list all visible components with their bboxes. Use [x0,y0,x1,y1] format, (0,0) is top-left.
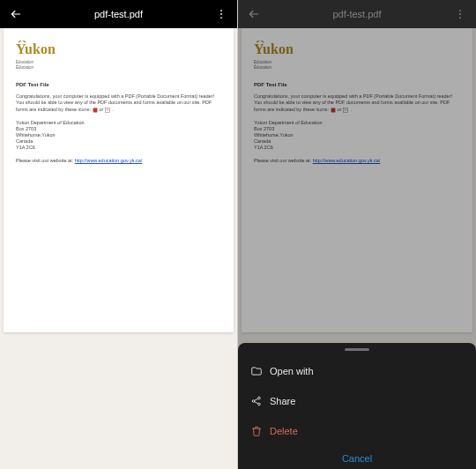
back-arrow-icon [248,8,260,20]
addr-line-4: Canada [254,138,460,145]
pdf-page-right: Yukon Education Éducation PDF Test File … [242,28,472,332]
trash-icon [250,425,263,437]
delete-item[interactable]: Delete [238,416,476,446]
cancel-button[interactable]: Cancel [238,446,476,469]
more-vert-icon [215,8,227,20]
website-link[interactable]: http://www.education.gov.yk.ca/ [75,158,143,163]
pane-left: pdf-test.pdf Yukon Education Éducation P… [0,0,238,469]
pdf-title: PDF Test File [254,81,460,88]
appbar-title: pdf-test.pdf [25,9,212,19]
cancel-label: Cancel [342,453,372,464]
form-icon [105,108,110,113]
share-item[interactable]: Share [238,386,476,416]
svg-point-0 [220,10,222,11]
delete-label: Delete [270,426,298,436]
addr-line-2: Box 2703 [254,126,460,132]
logo: Yukon Education Éducation [254,41,460,71]
svg-line-19 [255,398,258,400]
address-block: Yukon Department of Education Box 2703 W… [254,120,460,150]
address-block: Yukon Department of Education Box 2703 W… [16,120,221,150]
pdf-paragraph: Congratulations, your computer is equipp… [254,93,460,113]
logo-subtext-1: Education [254,61,460,65]
addr-line-5: Y1A 2C6 [254,145,460,151]
logo-subtext-2: Éducation [16,66,221,71]
or-text: or [338,107,342,113]
pdf-paragraph-text: Congratulations, your computer is equipp… [16,93,214,112]
form-icon [343,108,348,113]
bottom-sheet: Open with Share Delete Cancel [238,343,476,469]
share-label: Share [270,396,295,406]
svg-point-1 [220,13,222,15]
svg-text:Yukon: Yukon [16,41,56,56]
pdf-page[interactable]: Yukon Education Éducation PDF Test File … [4,28,234,332]
overflow-menu-button-right[interactable] [451,5,469,23]
back-button[interactable] [7,5,25,23]
pdf-paragraph-text: Congratulations, your computer is equipp… [254,93,452,112]
svg-point-10 [459,17,461,19]
visit-prefix: Please visit our website at: [16,158,75,163]
share-icon [250,395,263,407]
svg-point-2 [220,17,222,19]
svg-text:Yukon: Yukon [254,41,294,56]
addr-line-3: Whitehorse,Yukon [16,132,221,138]
addr-line-4: Canada [16,138,221,145]
yukon-logo-icon: Yukon [254,41,307,60]
svg-point-8 [459,10,461,11]
svg-rect-12 [331,108,335,112]
svg-line-20 [255,402,258,404]
pdf-paragraph: Congratulations, your computer is equipp… [16,93,221,113]
svg-rect-4 [93,108,97,112]
logo-subtext-1: Education [16,61,221,65]
addr-line-1: Yukon Department of Education [16,120,221,126]
appbar-right: pdf-test.pdf [238,0,476,28]
back-arrow-icon [10,8,22,20]
svg-point-17 [258,397,261,399]
yukon-logo-icon: Yukon [16,41,69,60]
logo: Yukon Education Éducation [16,41,221,71]
visit-line: Please visit our website at: http://www.… [16,158,221,164]
website-link[interactable]: http://www.education.gov.yk.ca/ [313,158,381,163]
open-with-label: Open with [270,366,314,376]
pdf-icon [93,108,98,113]
sheet-handle[interactable] [345,348,369,351]
appbar-left: pdf-test.pdf [0,0,237,28]
pdf-icon [331,108,336,113]
appbar-title-right: pdf-test.pdf [263,9,451,19]
overflow-menu-button[interactable] [212,5,230,23]
more-vert-icon [454,8,466,20]
addr-line-5: Y1A 2C6 [16,145,221,151]
open-with-icon [250,365,263,377]
svg-point-18 [258,403,261,406]
visit-prefix: Please visit our website at: [254,158,313,163]
pdf-title: PDF Test File [16,81,221,88]
back-button-right[interactable] [245,5,263,23]
addr-line-1: Yukon Department of Education [254,120,460,126]
svg-point-9 [459,13,461,15]
pane-right: pdf-test.pdf Yukon Education Éducation P… [238,0,476,469]
or-text: or [100,107,104,113]
visit-line: Please visit our website at: http://www.… [254,158,460,164]
addr-line-3: Whitehorse,Yukon [254,132,460,138]
addr-line-2: Box 2703 [16,126,221,132]
pdf-form-icons: or . [331,107,352,113]
open-with-item[interactable]: Open with [238,356,476,386]
svg-point-16 [252,400,255,403]
pdf-form-icons: or . [93,107,114,113]
logo-subtext-2: Éducation [254,66,460,71]
